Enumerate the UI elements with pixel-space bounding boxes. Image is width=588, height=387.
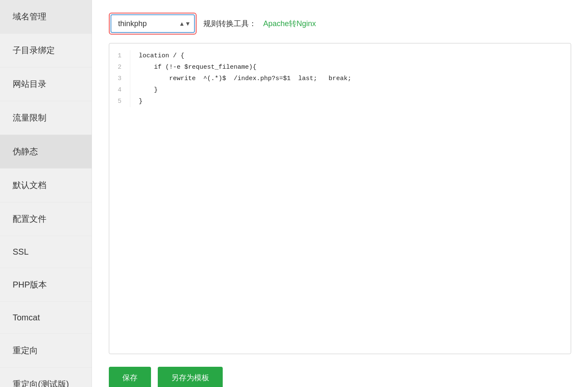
sidebar-item-redirect[interactable]: 重定向 [0,334,92,368]
select-wrapper: thinkphplaravelwordpressdefault ▲▼ [109,13,197,35]
sidebar-item-traffic-limit[interactable]: 流量限制 [0,101,92,135]
save-button[interactable]: 保存 [109,367,151,387]
code-lines: location / { if (!-e $request_filename){… [139,50,571,107]
template-select[interactable]: thinkphplaravelwordpressdefault [111,14,195,33]
sidebar-item-ssl[interactable]: SSL [0,236,92,268]
line-number: 4 [118,84,121,96]
line-number: 3 [118,73,121,84]
code-line: } [139,84,562,96]
code-editor: 12345 location / { if (!-e $request_file… [109,43,571,354]
sidebar: 域名管理子目录绑定网站目录流量限制伪静态默认文档配置文件SSLPHP版本Tomc… [0,0,92,387]
code-content: 12345 location / { if (!-e $request_file… [109,43,571,114]
apache-to-nginx-link[interactable]: Apache转Nginx [263,19,316,29]
rule-convert-label: 规则转换工具： [203,19,256,29]
code-line: location / { [139,50,562,62]
sidebar-item-subdir-bind[interactable]: 子目录绑定 [0,34,92,67]
main-content: thinkphplaravelwordpressdefault ▲▼ 规则转换工… [92,0,588,387]
code-line: rewrite ^(.*)$ /index.php?s=$1 last; bre… [139,73,562,84]
code-line: if (!-e $request_filename){ [139,62,562,73]
header-row: thinkphplaravelwordpressdefault ▲▼ 规则转换工… [109,13,571,35]
line-number: 5 [118,96,121,107]
sidebar-item-config-file[interactable]: 配置文件 [0,202,92,236]
sidebar-item-default-doc[interactable]: 默认文档 [0,169,92,202]
sidebar-item-domain-manage[interactable]: 域名管理 [0,0,92,34]
line-number: 2 [118,62,121,73]
buttons-row: 保存 另存为模板 [109,367,571,387]
line-number: 1 [118,50,121,62]
sidebar-item-redirect-test[interactable]: 重定向(测试版) [0,368,92,387]
code-line: } [139,96,562,107]
sidebar-item-pseudo-static[interactable]: 伪静态 [0,135,92,169]
save-as-template-button[interactable]: 另存为模板 [158,367,223,387]
sidebar-item-website-dir[interactable]: 网站目录 [0,67,92,101]
line-numbers: 12345 [109,50,130,107]
sidebar-item-tomcat[interactable]: Tomcat [0,302,92,334]
sidebar-item-php-version[interactable]: PHP版本 [0,268,92,302]
